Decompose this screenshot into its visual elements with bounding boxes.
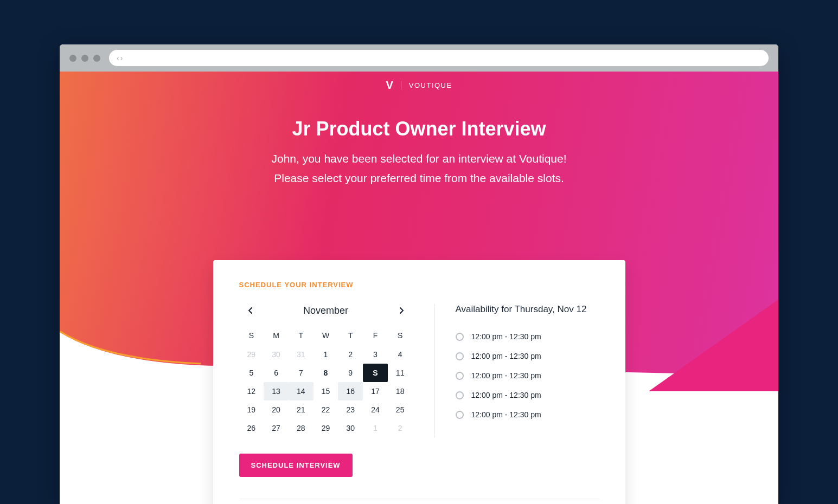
calendar-day: 1 [363, 419, 388, 437]
calendar-day[interactable]: 22 [314, 400, 338, 419]
window-close-icon[interactable] [69, 55, 76, 62]
calendar-day[interactable]: 5 [239, 364, 264, 382]
calendar-day: 31 [289, 345, 314, 364]
hero-subtitle: John, you have been selected for an inte… [60, 149, 778, 188]
scheduler: November SMTWTFS293031123456789S11121314… [239, 304, 599, 437]
calendar-day[interactable]: 28 [289, 419, 314, 437]
calendar-day[interactable]: 13 [264, 382, 289, 400]
availability-title: Availability for Thursday, Nov 12 [456, 304, 599, 315]
browser-frame: ‹ › V VOUTIQUE Jr Product Owner Intervie… [60, 44, 778, 504]
next-month-button[interactable] [395, 304, 408, 317]
logo-icon: V [386, 79, 393, 92]
time-slot-label: 12:00 pm - 12:30 pm [471, 410, 541, 419]
url-bar[interactable]: ‹ › [109, 50, 769, 66]
calendar-day[interactable]: 11 [388, 364, 413, 382]
calendar-day[interactable]: 26 [239, 419, 264, 437]
calendar-day[interactable]: 30 [338, 419, 363, 437]
calendar-day: 30 [264, 345, 289, 364]
calendar-month: November [303, 305, 348, 316]
section-schedule-label: SCHEDULE YOUR INTERVIEW [239, 281, 599, 289]
calendar-day: 2 [388, 419, 413, 437]
calendar-day[interactable]: 9 [338, 364, 363, 382]
calendar-day[interactable]: 21 [289, 400, 314, 419]
time-slot[interactable]: 12:00 pm - 12:30 pm [456, 346, 599, 366]
calendar-day[interactable]: 18 [388, 382, 413, 400]
time-slot-label: 12:00 pm - 12:30 pm [471, 371, 541, 380]
calendar-day[interactable]: 15 [314, 382, 338, 400]
radio-icon [456, 391, 464, 399]
calendar-day: 29 [239, 345, 264, 364]
prev-month-button[interactable] [244, 304, 257, 317]
slot-list: 12:00 pm - 12:30 pm12:00 pm - 12:30 pm12… [456, 327, 599, 424]
chevron-left-icon [248, 307, 252, 314]
calendar-day[interactable]: 6 [264, 364, 289, 382]
chevron-right-icon [400, 307, 404, 314]
calendar-day[interactable]: 8 [314, 364, 338, 382]
time-slot[interactable]: 12:00 pm - 12:30 pm [456, 405, 599, 424]
time-slot-label: 12:00 pm - 12:30 pm [471, 352, 541, 360]
availability-panel: Availability for Thursday, Nov 12 12:00 … [434, 304, 599, 437]
time-slot[interactable]: 12:00 pm - 12:30 pm [456, 327, 599, 346]
calendar-day[interactable]: 7 [289, 364, 314, 382]
back-icon[interactable]: ‹ [117, 54, 119, 62]
time-slot[interactable]: 12:00 pm - 12:30 pm [456, 366, 599, 385]
radio-icon [456, 352, 464, 360]
weekday-header: T [338, 327, 363, 345]
schedule-interview-button[interactable]: SCHEDULE INTERVIEW [239, 454, 353, 477]
calendar-day[interactable]: 29 [314, 419, 338, 437]
weekday-header: S [239, 327, 264, 345]
radio-icon [456, 333, 464, 341]
weekday-header: M [264, 327, 289, 345]
time-slot-label: 12:00 pm - 12:30 pm [471, 332, 541, 341]
calendar-day[interactable]: 3 [363, 345, 388, 364]
window-controls [69, 55, 100, 62]
calendar-day[interactable]: 14 [289, 382, 314, 400]
calendar-day[interactable]: S [363, 364, 388, 382]
brand-divider [401, 81, 401, 90]
calendar-header: November [239, 304, 413, 327]
calendar-day[interactable]: 1 [314, 345, 338, 364]
divider [239, 499, 599, 499]
time-slot-label: 12:00 pm - 12:30 pm [471, 391, 541, 399]
hero-line2: Please select your preferred time from t… [60, 169, 778, 188]
time-slot[interactable]: 12:00 pm - 12:30 pm [456, 385, 599, 405]
calendar-day[interactable]: 27 [264, 419, 289, 437]
brand-name: VOUTIQUE [409, 81, 452, 89]
weekday-header: T [289, 327, 314, 345]
calendar-day[interactable]: 16 [338, 382, 363, 400]
calendar-grid: SMTWTFS293031123456789S11121314151617181… [239, 327, 413, 437]
calendar-day[interactable]: 19 [239, 400, 264, 419]
window-maximize-icon[interactable] [93, 55, 100, 62]
weekday-header: W [314, 327, 338, 345]
hero-line1: John, you have been selected for an inte… [60, 149, 778, 169]
calendar-day[interactable]: 23 [338, 400, 363, 419]
weekday-header: S [388, 327, 413, 345]
forward-icon[interactable]: › [120, 54, 123, 62]
weekday-header: F [363, 327, 388, 345]
radio-icon [456, 372, 464, 380]
scheduler-card: SCHEDULE YOUR INTERVIEW November SMTWTFS… [213, 260, 625, 504]
calendar-day[interactable]: 12 [239, 382, 264, 400]
radio-icon [456, 411, 464, 419]
calendar-day[interactable]: 25 [388, 400, 413, 419]
brand: V VOUTIQUE [60, 72, 778, 92]
calendar-day[interactable]: 2 [338, 345, 363, 364]
window-minimize-icon[interactable] [81, 55, 88, 62]
page-title: Jr Product Owner Interview [60, 118, 778, 140]
calendar-day[interactable]: 24 [363, 400, 388, 419]
calendar-day[interactable]: 20 [264, 400, 289, 419]
calendar-day[interactable]: 4 [388, 345, 413, 364]
nav-arrows: ‹ › [117, 54, 123, 62]
browser-chrome: ‹ › [60, 44, 778, 72]
calendar: November SMTWTFS293031123456789S11121314… [239, 304, 413, 437]
calendar-day[interactable]: 17 [363, 382, 388, 400]
